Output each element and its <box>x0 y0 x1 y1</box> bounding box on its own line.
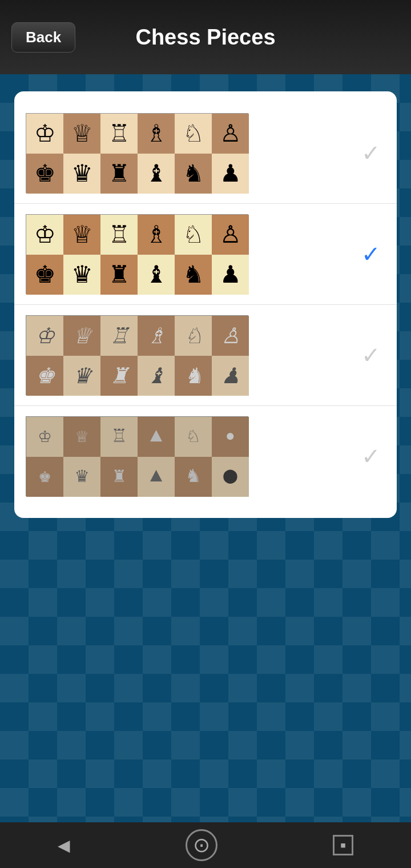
piece-set-row-3[interactable]: ♔ ♕ ♖ ♗ ♘ ♙ ♚ ♛ ♜ ♝ ♞ ♟ ✓ <box>14 305 397 406</box>
cell-4-7: ♛ <box>63 457 100 497</box>
cell-1-11: ♟ <box>212 154 249 194</box>
cell-3-10: ♞ <box>175 356 212 396</box>
cell-2-7: ♛ <box>63 255 100 295</box>
cell-4-4: ♘ <box>175 417 212 457</box>
page-title: Chess Pieces <box>135 25 275 50</box>
cell-2-11: ♟ <box>212 255 249 295</box>
cell-3-5: ♙ <box>212 316 249 356</box>
cell-3-6: ♚ <box>26 356 63 396</box>
cell-1-7: ♛ <box>63 154 100 194</box>
cell-3-1: ♕ <box>63 316 100 356</box>
cell-2-1: ♕ <box>63 215 100 255</box>
cell-4-5: ● <box>212 417 249 457</box>
checkmark-1: ✓ <box>357 140 385 166</box>
cell-2-5: ♙ <box>212 215 249 255</box>
cell-3-11: ♟ <box>212 356 249 396</box>
cell-2-4: ♘ <box>175 215 212 255</box>
cell-4-9: ▲ <box>138 457 175 497</box>
cell-1-10: ♞ <box>175 154 212 194</box>
piece-set-preview-1: ♔ ♕ ♖ ♗ ♘ ♙ ♚ ♛ ♜ ♝ ♞ ♟ <box>26 113 248 193</box>
piece-set-preview-4: ♔ ♕ ♖ ▲ ♘ ● ♚ ♛ ♜ ▲ ♞ ⬤ <box>26 416 248 496</box>
cell-2-2: ♖ <box>100 215 138 255</box>
nav-home-button[interactable]: ⊙ <box>186 829 217 861</box>
cell-4-2: ♖ <box>100 417 138 457</box>
cell-2-8: ♜ <box>100 255 138 295</box>
cell-1-0: ♔ <box>26 114 63 154</box>
checkmark-2: ✓ <box>357 241 385 267</box>
cell-3-4: ♘ <box>175 316 212 356</box>
cell-4-10: ♞ <box>175 457 212 497</box>
cell-2-0: ♔ <box>26 215 63 255</box>
cell-3-8: ♜ <box>100 356 138 396</box>
cell-4-8: ♜ <box>100 457 138 497</box>
cell-1-1: ♕ <box>63 114 100 154</box>
piece-set-row-1[interactable]: ♔ ♕ ♖ ♗ ♘ ♙ ♚ ♛ ♜ ♝ ♞ ♟ ✓ <box>14 103 397 204</box>
checkmark-4: ✓ <box>357 443 385 469</box>
piece-sets-card: ♔ ♕ ♖ ♗ ♘ ♙ ♚ ♛ ♜ ♝ ♞ ♟ ✓ ♔ ♕ ♖ ♗ ♘ ♙ ♚ … <box>14 91 397 518</box>
cell-3-0: ♔ <box>26 316 63 356</box>
piece-set-preview-3: ♔ ♕ ♖ ♗ ♘ ♙ ♚ ♛ ♜ ♝ ♞ ♟ <box>26 315 248 395</box>
cell-3-2: ♖ <box>100 316 138 356</box>
piece-set-preview-2: ♔ ♕ ♖ ♗ ♘ ♙ ♚ ♛ ♜ ♝ ♞ ♟ <box>26 214 248 294</box>
nav-recent-button[interactable]: ▪ <box>333 835 353 855</box>
cell-4-1: ♕ <box>63 417 100 457</box>
piece-set-row-4[interactable]: ♔ ♕ ♖ ▲ ♘ ● ♚ ♛ ♜ ▲ ♞ ⬤ ✓ <box>14 406 397 507</box>
cell-1-4: ♘ <box>175 114 212 154</box>
cell-2-3: ♗ <box>138 215 175 255</box>
cell-3-3: ♗ <box>138 316 175 356</box>
piece-set-row-2[interactable]: ♔ ♕ ♖ ♗ ♘ ♙ ♚ ♛ ♜ ♝ ♞ ♟ ✓ <box>14 204 397 305</box>
cell-1-3: ♗ <box>138 114 175 154</box>
cell-1-5: ♙ <box>212 114 249 154</box>
checkmark-3: ✓ <box>357 342 385 368</box>
cell-2-10: ♞ <box>175 255 212 295</box>
cell-3-9: ♝ <box>138 356 175 396</box>
cell-1-6: ♚ <box>26 154 63 194</box>
cell-2-9: ♝ <box>138 255 175 295</box>
cell-4-3: ▲ <box>138 417 175 457</box>
back-button[interactable]: Back <box>11 22 75 53</box>
cell-4-0: ♔ <box>26 417 63 457</box>
cell-4-6: ♚ <box>26 457 63 497</box>
cell-2-6: ♚ <box>26 255 63 295</box>
cell-4-11: ⬤ <box>212 457 249 497</box>
cell-3-7: ♛ <box>63 356 100 396</box>
nav-back-button[interactable]: ◀ <box>58 836 70 855</box>
cell-1-9: ♝ <box>138 154 175 194</box>
bottom-nav: ◀ ⊙ ▪ <box>0 822 411 868</box>
cell-1-8: ♜ <box>100 154 138 194</box>
topbar: Back Chess Pieces <box>0 0 411 74</box>
cell-1-2: ♖ <box>100 114 138 154</box>
